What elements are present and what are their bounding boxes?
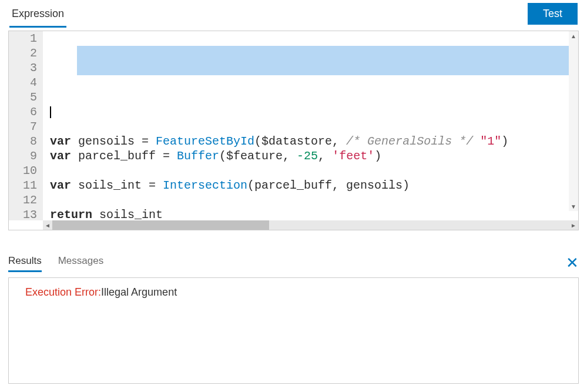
line-number: 11	[9, 178, 43, 193]
code-token: )	[501, 135, 508, 148]
code-token: )	[374, 149, 381, 163]
code-line[interactable]: var gensoils = FeatureSetById($datastore…	[43, 134, 578, 149]
tab-results-label: Results	[8, 255, 42, 266]
line-number: 4	[9, 75, 43, 90]
code-token: FeatureSetById	[156, 135, 254, 148]
tab-messages[interactable]: Messages	[58, 255, 103, 270]
error-text: Illegal Argument	[101, 286, 177, 298]
code-token: gensoils =	[78, 135, 156, 148]
scroll-right-icon[interactable]: ►	[569, 222, 578, 229]
code-token: Intersection	[163, 179, 247, 192]
line-number: 13	[9, 207, 43, 220]
code-line[interactable]	[43, 105, 578, 119]
code-token: Buffer	[177, 149, 219, 163]
code-token: (parcel_buff, gensoils)	[247, 179, 410, 192]
code-area[interactable]: var gensoils = FeatureSetById($datastore…	[43, 31, 578, 220]
line-number: 10	[9, 163, 43, 178]
code-line[interactable]: var soils_int = Intersection(parcel_buff…	[43, 178, 578, 193]
code-line[interactable]	[43, 193, 578, 207]
text-cursor	[50, 106, 51, 118]
code-token: /* GeneralSoils */	[346, 135, 473, 148]
scroll-up-icon[interactable]: ▲	[569, 31, 578, 41]
tab-results[interactable]: Results	[8, 255, 42, 270]
code-line[interactable]	[43, 90, 578, 105]
error-label: Execution Error:	[25, 286, 101, 298]
code-editor[interactable]: 12345678910111213 var gensoils = Feature…	[8, 31, 579, 230]
code-token: soils_int =	[78, 179, 163, 192]
tab-expression-label: Expression	[12, 8, 64, 20]
code-token: var	[50, 135, 78, 148]
horizontal-scroll-track[interactable]	[52, 220, 569, 230]
code-token: ,	[318, 149, 332, 163]
code-line[interactable]	[43, 119, 578, 134]
line-number: 5	[9, 90, 43, 105]
code-token: -25	[297, 149, 318, 163]
top-tabbar: Expression Test	[0, 0, 587, 27]
line-number: 1	[9, 31, 43, 46]
code-token: ($datastore,	[254, 135, 346, 148]
code-line[interactable]: var parcel_buff = Buffer($feature, -25, …	[43, 149, 578, 163]
code-token: "1"	[480, 135, 501, 148]
results-panel: Execution Error:Illegal Argument	[8, 277, 579, 384]
test-button-label: Test	[543, 8, 562, 19]
code-line[interactable]: return soils_int	[43, 207, 578, 220]
code-token	[473, 135, 480, 148]
results-tabbar: Results Messages ✕	[8, 253, 579, 273]
tab-expression[interactable]: Expression	[9, 0, 66, 27]
test-button[interactable]: Test	[528, 3, 578, 25]
code-token: ($feature,	[219, 149, 297, 163]
code-token: 'feet'	[332, 149, 374, 163]
code-token: var	[50, 149, 78, 163]
close-icon[interactable]: ✕	[566, 255, 579, 270]
code-token: parcel_buff =	[78, 149, 177, 163]
code-line[interactable]	[43, 163, 578, 178]
tab-messages-label: Messages	[58, 255, 103, 266]
line-number: 2	[9, 46, 43, 61]
line-number: 9	[9, 149, 43, 163]
line-number-gutter: 12345678910111213	[9, 31, 43, 220]
horizontal-scroll-thumb[interactable]	[52, 220, 269, 230]
selection-highlight	[77, 46, 578, 75]
line-number: 6	[9, 105, 43, 119]
code-token: var	[50, 179, 78, 192]
line-number: 3	[9, 61, 43, 75]
code-token: soils_int	[92, 208, 163, 220]
line-number: 8	[9, 134, 43, 149]
line-number: 12	[9, 193, 43, 207]
scroll-left-icon[interactable]: ◄	[43, 222, 52, 229]
line-number: 7	[9, 119, 43, 134]
code-token: return	[50, 208, 92, 220]
horizontal-scrollbar[interactable]: ◄ ►	[43, 220, 578, 230]
